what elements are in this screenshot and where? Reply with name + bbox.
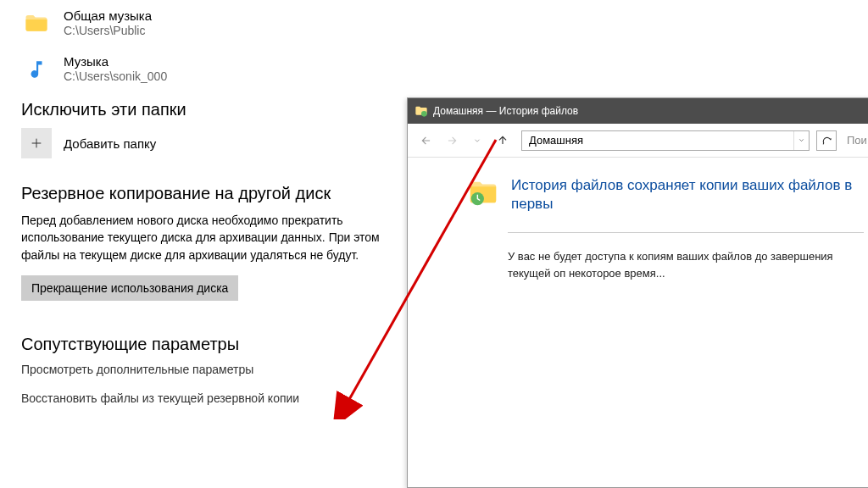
toolbar: Домашняя Пои — [408, 124, 868, 158]
folder-item[interactable]: Общая музыка C:\Users\Public — [21, 8, 411, 39]
file-history-heading: История файлов сохраняет копии ваших фай… — [511, 176, 864, 214]
related-title: Сопутствующие параметры — [21, 335, 411, 354]
address-dropdown-icon[interactable] — [793, 131, 809, 150]
stop-using-disk-button[interactable]: Прекращение использования диска — [21, 275, 238, 301]
folder-item[interactable]: Музыка C:\Users\sonik_000 — [21, 54, 411, 85]
window-title: Домашняя — История файлов — [433, 105, 578, 117]
window-icon — [415, 104, 428, 118]
folder-name: Музыка — [64, 54, 167, 69]
restore-files-link[interactable]: Восстановить файлы из текущей резервной … — [21, 391, 411, 405]
add-folder-button[interactable] — [21, 128, 52, 158]
address-text: Домашняя — [522, 134, 793, 147]
view-advanced-link[interactable]: Просмотреть дополнительные параметры — [21, 363, 411, 376]
window-titlebar[interactable]: Домашняя — История файлов — [408, 98, 868, 124]
backup-title: Резервное копирование на другой диск — [21, 184, 411, 203]
backup-desc: Перед добавлением нового диска необходим… — [21, 212, 411, 263]
folder-path: C:\Users\sonik_000 — [64, 69, 167, 83]
nav-up-button[interactable] — [491, 129, 515, 152]
divider — [508, 232, 864, 233]
nav-forward-button[interactable] — [440, 129, 464, 152]
address-bar[interactable]: Домашняя — [521, 130, 810, 151]
folder-name: Общая музыка — [64, 8, 152, 23]
refresh-button[interactable] — [816, 130, 837, 151]
exclude-title: Исключить эти папки — [21, 100, 411, 119]
file-history-window: Домашняя — История файлов Домашняя Пои — [407, 97, 868, 488]
nav-recent-dropdown[interactable] — [465, 129, 489, 152]
music-icon — [21, 54, 52, 85]
nav-back-button[interactable] — [415, 129, 438, 152]
folder-icon — [21, 8, 52, 39]
svg-point-0 — [421, 111, 427, 117]
search-input[interactable]: Пои — [843, 130, 868, 151]
file-history-message: У вас не будет доступа к копиям ваших фа… — [508, 248, 864, 281]
add-folder-label: Добавить папку — [64, 136, 156, 151]
folder-path: C:\Users\Public — [64, 24, 152, 37]
file-history-icon — [467, 176, 499, 208]
